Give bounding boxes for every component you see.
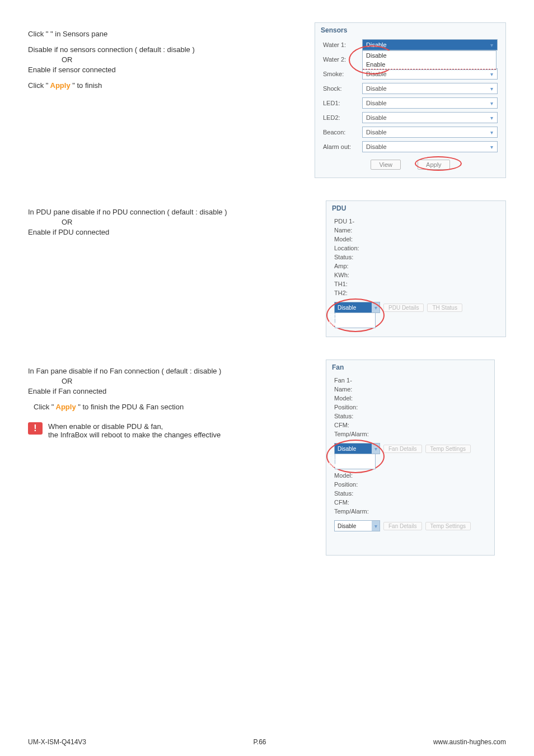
fan-b1-5: CFM: bbox=[334, 421, 486, 430]
sensor-dropdown-0[interactable]: Disable ▾ Disable Enable bbox=[362, 39, 498, 50]
fan-b1-2: Model: bbox=[334, 394, 486, 403]
th-status-button[interactable]: TH Status bbox=[427, 304, 462, 312]
sensor-dd5-value: Disable bbox=[366, 114, 387, 121]
footer-center: P.66 bbox=[253, 738, 266, 746]
warn-l1: When enable or disable PDU & fan, bbox=[48, 422, 221, 431]
footer-left: UM-X-ISM-Q414V3 bbox=[28, 738, 86, 746]
s5-l1b: " in Sensors pane bbox=[50, 30, 107, 38]
fan-dd1-value: Disable bbox=[338, 446, 356, 452]
pdu-f8: TH2: bbox=[334, 288, 498, 297]
step5-text: Step 5. Click " " in Sensors pane Disabl… bbox=[28, 22, 297, 178]
pdu-f6: KWh: bbox=[334, 270, 498, 279]
page-footer: UM-X-ISM-Q414V3 P.66 www.austin-hughes.c… bbox=[0, 738, 534, 746]
step6-text: Step 6. In PDU pane disable if no PDU co… bbox=[28, 200, 297, 337]
fan-b2-3: CFM: bbox=[334, 498, 486, 507]
sensor-dd0-opt-disable[interactable]: Disable bbox=[363, 51, 496, 60]
s5-l1a: Click " bbox=[28, 30, 48, 38]
s7-l3a: Click " bbox=[34, 403, 54, 411]
pdu-f0: PDU 1- bbox=[334, 217, 498, 226]
fan-b1-3: Position: bbox=[334, 403, 486, 412]
fan-b1-0: Fan 1- bbox=[334, 376, 486, 385]
pdu-opt-enable[interactable]: Enable bbox=[338, 321, 355, 327]
footer-right: www.austin-hughes.com bbox=[433, 738, 506, 746]
step7-text: Step 7. In Fan pane disable if no Fan co… bbox=[28, 360, 297, 556]
fan-details-button[interactable]: Fan Details bbox=[383, 445, 422, 453]
chevron-down-icon: ▾ bbox=[487, 98, 496, 108]
pdu-f3: Location: bbox=[334, 244, 498, 253]
pdu-f7: TH1: bbox=[334, 279, 498, 288]
temp-settings-button-2[interactable]: Temp Settings bbox=[425, 522, 471, 530]
fan-dropdown-2[interactable]: Disable ▾ bbox=[334, 520, 380, 531]
s5-or: OR bbox=[62, 55, 297, 64]
sensor-dropdown-6[interactable]: Disable▾ bbox=[362, 127, 498, 138]
fan-dd1-options: FaDisable NaEnable bbox=[335, 454, 376, 469]
sensor-dropdown-7[interactable]: Disable▾ bbox=[362, 141, 498, 152]
pdu-dropdown[interactable]: Disable ▾ PDDisable NaEnable bbox=[334, 302, 380, 313]
chevron-down-icon: ▾ bbox=[372, 521, 380, 531]
chevron-down-icon: ▾ bbox=[487, 113, 496, 123]
pdu-details-button[interactable]: PDU Details bbox=[383, 304, 424, 312]
s7-l1: In Fan pane disable if no Fan connection… bbox=[28, 367, 297, 375]
pdu-prefix2: Na bbox=[329, 321, 336, 327]
sensor-label-0: Water 1: bbox=[323, 41, 362, 48]
chevron-down-icon: ▾ bbox=[487, 40, 496, 50]
sensors-view-button[interactable]: View bbox=[371, 160, 401, 170]
s6-or: OR bbox=[62, 218, 297, 226]
fan-b2-4: Temp/Alarm: bbox=[334, 507, 486, 516]
warning-icon: ! bbox=[28, 422, 43, 435]
chevron-down-icon: ▾ bbox=[487, 83, 496, 94]
pdu-title: PDU bbox=[326, 201, 505, 216]
s7-l2: Enable if Fan connected bbox=[28, 387, 297, 395]
pdu-f2: Model: bbox=[334, 235, 498, 244]
fan-b2-2: Status: bbox=[334, 489, 486, 498]
sensor-label-4: LED1: bbox=[323, 100, 362, 106]
temp-settings-button[interactable]: Temp Settings bbox=[425, 445, 471, 453]
pdu-f5: Amp: bbox=[334, 262, 498, 270]
sensor-dropdown-3[interactable]: Disable▾ bbox=[362, 83, 498, 94]
sensor-dd2-value: Disable bbox=[366, 71, 387, 77]
pdu-prefix1: PD bbox=[329, 314, 336, 320]
fan-dd2-value: Disable bbox=[338, 523, 356, 529]
fan-details-button-2[interactable]: Fan Details bbox=[383, 522, 422, 530]
pdu-dd-value: Disable bbox=[338, 305, 356, 311]
sensor-dd0-value: Disable bbox=[366, 41, 387, 48]
fan-b1-4: Status: bbox=[334, 412, 486, 421]
fan-title: Fan bbox=[326, 360, 494, 375]
sensor-dropdown-5[interactable]: Disable▾ bbox=[362, 112, 498, 123]
sensor-dropdown-4[interactable]: Disable▾ bbox=[362, 97, 498, 109]
fan-b1-6: Temp/Alarm: bbox=[334, 430, 486, 438]
sensor-label-5: LED2: bbox=[323, 114, 362, 121]
sensor-dropdown-2[interactable]: Disable▾ bbox=[362, 68, 498, 80]
fan-opt1-enable[interactable]: Enable bbox=[338, 462, 355, 468]
chevron-down-icon: ▾ bbox=[487, 127, 496, 137]
fan-prefix1: Fa bbox=[329, 455, 335, 461]
fan-b2-0: Model: bbox=[334, 471, 486, 480]
fan-b2-1: Position: bbox=[334, 480, 486, 489]
sensor-dd6-value: Disable bbox=[366, 129, 387, 136]
s5-apply-ref: Apply bbox=[48, 81, 72, 90]
sensor-dd3-value: Disable bbox=[366, 85, 387, 92]
sensor-label-6: Beacon: bbox=[323, 129, 362, 136]
sensor-dd0-opt-enable[interactable]: Enable bbox=[363, 60, 496, 69]
fan-panel: Fan Fan 1- Name: Model: Position: Status… bbox=[326, 360, 495, 556]
fan-dropdown-1[interactable]: Disable ▾ FaDisable NaEnable bbox=[334, 443, 380, 454]
sensor-dd7-value: Disable bbox=[366, 143, 387, 150]
pdu-dd-options: PDDisable NaEnable bbox=[335, 312, 376, 328]
sensors-title: Sensors bbox=[315, 23, 505, 38]
s7-apply-ref: Apply bbox=[54, 403, 78, 411]
sensor-label-3: Shock: bbox=[323, 85, 362, 92]
warn-l2: the InfraBox will reboot to make the cha… bbox=[48, 431, 221, 439]
s5-l2: Disable if no sensors connection ( defau… bbox=[28, 45, 297, 54]
chevron-down-icon: ▾ bbox=[372, 302, 380, 312]
chevron-down-icon: ▾ bbox=[487, 69, 496, 79]
chevron-down-icon: ▾ bbox=[372, 444, 380, 454]
sensor-label-1: Water 2: bbox=[323, 56, 362, 63]
s6-l2: Enable if PDU connected bbox=[28, 228, 297, 236]
sensor-label-7: Alarm out: bbox=[323, 143, 362, 150]
fan-opt1-disable[interactable]: Disable bbox=[338, 455, 357, 461]
sensors-apply-button[interactable]: Apply bbox=[418, 160, 450, 170]
chevron-down-icon: ▾ bbox=[487, 142, 496, 152]
pdu-opt-disable[interactable]: Disable bbox=[338, 314, 357, 320]
sensor-label-2: Smoke: bbox=[323, 71, 362, 77]
fan-b1-1: Name: bbox=[334, 385, 486, 394]
